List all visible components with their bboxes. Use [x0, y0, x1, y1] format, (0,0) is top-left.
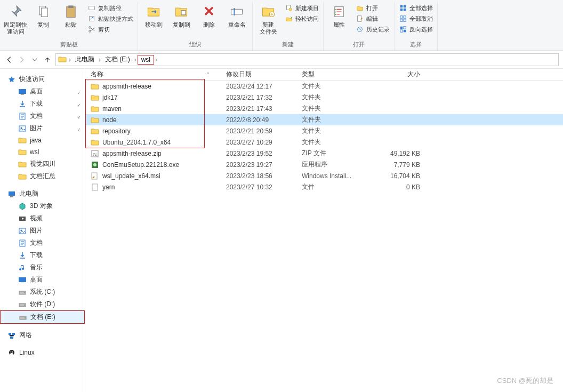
address-bar[interactable]: › 此电脑›文档 (E:)›wsl›	[55, 53, 559, 66]
shortcut-icon	[87, 14, 96, 23]
ribbon-label: 属性	[333, 21, 345, 28]
copy-to-button[interactable]: 复制到	[169, 2, 194, 29]
tree-item-downloads2[interactable]: 下载	[0, 249, 85, 261]
svg-rect-19	[404, 9, 406, 11]
file-row[interactable]: wsl_update_x64.msi2023/2/23 18:56Windows…	[85, 170, 563, 181]
new-item-button[interactable]: 新建项目	[284, 3, 320, 13]
delete-button[interactable]: 删除	[197, 2, 221, 29]
tree-item-wendang[interactable]: 文档汇总	[0, 170, 85, 182]
column-date[interactable]: 修改日期	[226, 70, 302, 79]
rename-button[interactable]: 重命名	[224, 2, 249, 29]
file-type: ZIP 文件	[302, 149, 373, 158]
ribbon-group-打开: 属性打开编辑历史记录打开	[324, 2, 395, 50]
file-row[interactable]: jdk172023/2/21 17:32文件夹	[85, 92, 563, 103]
tree-item-drive-c[interactable]: 系统 (C:)	[0, 286, 85, 298]
tree-item-pictures2[interactable]: 图片	[0, 225, 85, 237]
tree-item-label: 音乐	[30, 263, 43, 272]
tree-item-3d-objects[interactable]: 3D 对象	[0, 200, 85, 212]
file-type: 文件	[302, 182, 373, 191]
tree-item-label: 文档汇总	[30, 172, 55, 181]
svg-rect-29	[21, 94, 24, 95]
column-type[interactable]: 类型	[302, 70, 373, 79]
sort-indicator-icon: ⌃	[206, 71, 210, 77]
copy-button[interactable]: 复制	[31, 2, 55, 36]
new-folder-button[interactable]: 新建 文件夹	[256, 2, 280, 36]
tree-item-downloads[interactable]: 下载	[0, 98, 85, 110]
copy-path-button[interactable]: 复制路径	[86, 3, 134, 13]
main-area: 快速访问桌面下载文档图片javawsl视觉四川文档汇总此电脑3D 对象视频图片文…	[0, 69, 563, 392]
tree-item-drive-d[interactable]: 软件 (D:)	[0, 298, 85, 310]
file-type: Windows Install...	[302, 172, 373, 180]
tree-item-label: 桌面	[30, 275, 43, 284]
nav-recent-button[interactable]	[30, 55, 39, 65]
file-row[interactable]: maven2023/2/21 17:43文件夹	[85, 103, 563, 114]
paste-icon	[62, 3, 79, 20]
tree-item-pictures[interactable]: 图片	[0, 122, 85, 134]
svg-rect-18	[400, 9, 403, 11]
easy-access-button[interactable]: 轻松访问	[284, 14, 320, 23]
history-button[interactable]: 历史记录	[355, 25, 391, 34]
file-type: 文件夹	[302, 93, 373, 102]
edit-button[interactable]: 编辑	[355, 14, 391, 23]
nav-up-button[interactable]	[43, 55, 52, 65]
open-button[interactable]: 打开	[355, 3, 391, 13]
tree-item-this-pc[interactable]: 此电脑	[0, 188, 85, 200]
nav-forward-button[interactable]	[17, 55, 27, 65]
cut-button[interactable]: 剪切	[86, 25, 134, 34]
address-bar-row: › 此电脑›文档 (E:)›wsl›	[0, 51, 563, 69]
paste-button[interactable]: 粘贴	[59, 2, 83, 36]
properties-button[interactable]: 属性	[327, 2, 351, 34]
file-row[interactable]: ConEmuSetup.221218.exe2023/2/23 19:27应用程…	[85, 159, 563, 170]
chevron-right-icon: ›	[134, 56, 136, 63]
pin-to-quick-access-button[interactable]: 固定到快 速访问	[3, 2, 28, 36]
arrow-right-icon	[18, 56, 26, 63]
tree-item-music[interactable]: 音乐	[0, 261, 85, 274]
file-list[interactable]: appsmith-release2023/2/24 12:17文件夹jdk172…	[85, 81, 563, 392]
file-row[interactable]: appsmith-release2023/2/24 12:17文件夹	[85, 81, 563, 92]
file-date: 2023/2/21 17:43	[226, 105, 302, 113]
file-row[interactable]: repository2023/2/21 20:59文件夹	[85, 125, 563, 137]
breadcrumb-segment[interactable]: wsl	[138, 55, 154, 65]
svg-rect-28	[19, 89, 26, 94]
tree-item-label: 文档	[30, 238, 43, 247]
tree-item-desktop2[interactable]: 桌面	[0, 274, 85, 286]
tree-item-documents2[interactable]: 文档	[0, 237, 85, 249]
tree-item-linux[interactable]: Linux	[0, 347, 85, 358]
invert-selection-button[interactable]: 反向选择	[398, 25, 434, 34]
breadcrumb-segment[interactable]: 文档 (E:)	[102, 55, 133, 64]
ribbon-small-label: 全部取消	[409, 15, 433, 23]
file-row[interactable]: 7zappsmith-release.zip2023/2/23 19:52ZIP…	[85, 148, 563, 159]
file-row[interactable]: yarn2023/2/27 10:32文件0 KB	[85, 181, 563, 193]
tree-item-shijue[interactable]: 视觉四川	[0, 158, 85, 170]
file-row[interactable]: Ubuntu_2204.1.7.0_x642023/2/27 10:29文件夹	[85, 137, 563, 148]
exe-icon	[91, 161, 99, 169]
tree-item-quick-access[interactable]: 快速访问	[0, 73, 85, 85]
tree-item-desktop[interactable]: 桌面	[0, 85, 85, 98]
svg-rect-1	[42, 8, 48, 17]
tree-item-wsl[interactable]: wsl	[0, 146, 85, 158]
breadcrumb-segment[interactable]: 此电脑	[72, 55, 98, 64]
column-name[interactable]: 名称⌃	[91, 70, 226, 79]
open-icon	[356, 4, 364, 12]
column-size[interactable]: 大小	[373, 70, 427, 79]
tree-item-label: 3D 对象	[30, 202, 53, 211]
tree-item-label: 文档 (E:)	[30, 313, 55, 322]
tree-item-label: 系统 (C:)	[30, 287, 55, 297]
tree-item-documents[interactable]: 文档	[0, 110, 85, 122]
file-row[interactable]: node2022/2/8 20:49文件夹	[85, 114, 563, 125]
move-to-button[interactable]: 移动到	[141, 2, 166, 29]
tree-item-java[interactable]: java	[0, 134, 85, 146]
select-none-button[interactable]: 全部取消	[398, 14, 434, 23]
tree-item-network[interactable]: 网络	[0, 329, 85, 341]
select-all-button[interactable]: 全部选择	[398, 3, 434, 13]
nav-back-button[interactable]	[4, 55, 14, 65]
paste-shortcut-button[interactable]: 粘贴快捷方式	[86, 14, 134, 23]
tree-item-drive-e[interactable]: 文档 (E:)	[0, 310, 85, 324]
chevron-down-icon	[32, 57, 37, 62]
svg-rect-33	[9, 191, 15, 196]
pin-icon	[76, 126, 82, 131]
star-icon	[7, 75, 16, 84]
svg-rect-47	[9, 333, 11, 335]
tree-item-videos[interactable]: 视频	[0, 212, 85, 225]
selectall-icon	[399, 4, 407, 12]
